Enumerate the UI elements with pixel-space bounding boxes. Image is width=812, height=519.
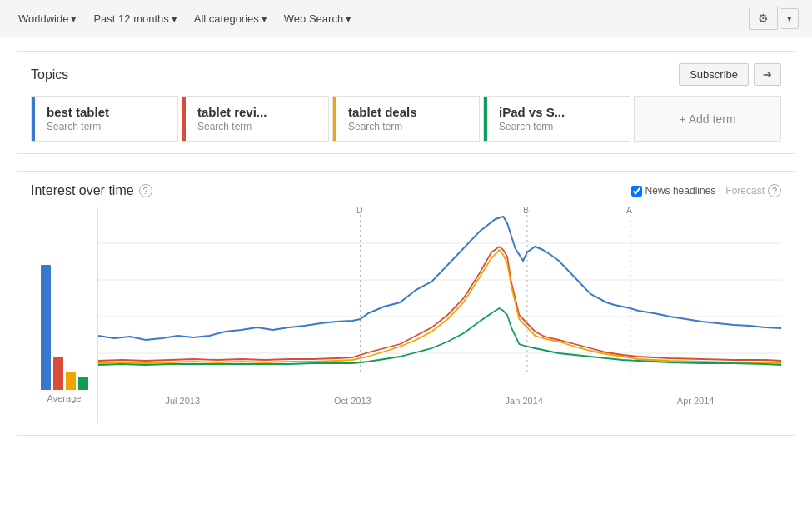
- term-card-ipad-vs[interactable]: iPad vs S... Search term: [483, 96, 630, 142]
- main-content: Topics Subscribe ➔ best tablet Search te…: [0, 37, 812, 449]
- topics-header: Topics Subscribe ➔: [31, 63, 781, 86]
- topbar-filters: Worldwide ▾ Past 12 months ▾ All categor…: [13, 9, 356, 28]
- chart-x-labels: Jul 2013 Oct 2013 Jan 2014 Apr 2014: [98, 392, 781, 406]
- avg-label: Average: [47, 393, 82, 403]
- term-type: Search term: [47, 121, 167, 132]
- help-icon[interactable]: ?: [139, 184, 152, 197]
- interest-title: Interest over time ?: [31, 183, 152, 198]
- topics-section: Topics Subscribe ➔ best tablet Search te…: [17, 51, 795, 154]
- terms-row: best tablet Search term tablet revi... S…: [31, 96, 781, 142]
- term-card-tablet-deals[interactable]: tablet deals Search term: [332, 96, 480, 142]
- term-color-bar: [484, 97, 487, 141]
- svg-text:A: A: [626, 207, 633, 215]
- chevron-down-icon: ▾: [172, 12, 177, 25]
- svg-text:D: D: [356, 207, 363, 215]
- filter-allcategories[interactable]: All categories ▾: [189, 9, 272, 28]
- avg-bar-blue: [41, 265, 51, 390]
- settings-button[interactable]: ⚙: [749, 7, 778, 30]
- svg-text:B: B: [523, 207, 529, 215]
- add-term-card[interactable]: + Add term: [634, 96, 781, 142]
- filter-past12months[interactable]: Past 12 months ▾: [88, 9, 182, 28]
- forecast-label: Forecast ?: [725, 184, 781, 197]
- chevron-down-icon: ▾: [262, 12, 267, 25]
- news-headlines-checkbox[interactable]: [631, 186, 642, 197]
- term-card-best-tablet[interactable]: best tablet Search term: [31, 96, 178, 142]
- topics-title: Topics: [31, 67, 68, 82]
- term-type: Search term: [197, 121, 318, 132]
- avg-bar-yellow: [66, 372, 76, 390]
- interest-header: Interest over time ? News headlines Fore…: [31, 183, 781, 198]
- term-name: tablet revi...: [197, 105, 318, 119]
- gear-icon: ⚙: [758, 12, 769, 25]
- interest-section: Interest over time ? News headlines Fore…: [17, 171, 795, 436]
- filter-websearch[interactable]: Web Search ▾: [279, 9, 356, 28]
- x-label-jan: Jan 2014: [506, 396, 543, 406]
- settings-dropdown-button[interactable]: ▾: [781, 8, 799, 29]
- term-name: best tablet: [47, 105, 167, 119]
- term-name: tablet deals: [348, 105, 469, 119]
- news-headlines-label[interactable]: News headlines: [631, 185, 716, 197]
- subscribe-button[interactable]: Subscribe: [679, 63, 749, 86]
- avg-bars: [41, 257, 88, 390]
- chevron-down-icon: ▾: [787, 13, 792, 23]
- interest-controls: News headlines Forecast ?: [631, 184, 781, 197]
- yellow-trend-line: [98, 250, 781, 363]
- topbar-right: ⚙ ▾: [749, 7, 799, 30]
- forecast-help-icon[interactable]: ?: [768, 184, 781, 197]
- chevron-down-icon: ▾: [346, 12, 351, 25]
- filter-worldwide[interactable]: Worldwide ▾: [13, 9, 82, 28]
- chevron-down-icon: ▾: [71, 12, 77, 25]
- topics-actions: Subscribe ➔: [679, 63, 781, 86]
- chart-svg: D B A: [98, 207, 781, 390]
- chart-left: Average: [31, 207, 97, 423]
- share-icon: ➔: [763, 68, 772, 81]
- term-color-bar: [333, 97, 336, 141]
- term-card-tablet-reviews[interactable]: tablet revi... Search term: [182, 96, 329, 142]
- chart-main: D B A: [97, 207, 781, 423]
- term-color-bar: [182, 97, 186, 141]
- x-label-oct: Oct 2013: [334, 396, 371, 406]
- term-color-bar: [32, 97, 35, 141]
- term-type: Search term: [348, 121, 469, 132]
- x-label-jul: Jul 2013: [165, 396, 200, 406]
- red-trend-line: [98, 247, 781, 361]
- term-type: Search term: [499, 121, 620, 132]
- chart-area: Average D B: [31, 207, 781, 423]
- topbar: Worldwide ▾ Past 12 months ▾ All categor…: [0, 0, 812, 37]
- share-button[interactable]: ➔: [754, 63, 781, 86]
- add-term-label: + Add term: [679, 112, 735, 126]
- term-name: iPad vs S...: [499, 105, 620, 119]
- avg-bar-green: [78, 377, 88, 390]
- x-label-apr: Apr 2014: [677, 396, 715, 406]
- avg-bar-red: [53, 357, 63, 390]
